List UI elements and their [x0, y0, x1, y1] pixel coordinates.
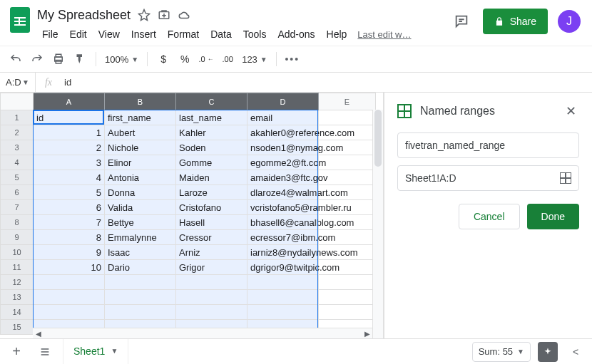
cancel-button[interactable]: Cancel [459, 204, 520, 229]
cell[interactable] [176, 290, 247, 305]
cell[interactable]: nsoden1@nymag.com [247, 140, 319, 155]
cell[interactable] [34, 305, 105, 320]
menu-format[interactable]: Format [163, 26, 204, 43]
cell[interactable]: 5 [34, 185, 105, 200]
menu-addons[interactable]: Add-ons [272, 26, 320, 43]
select-all-corner[interactable] [1, 93, 34, 110]
cell[interactable]: 2 [34, 140, 105, 155]
cell[interactable]: Cressor [176, 230, 247, 245]
last-edit-link[interactable]: Last edit w… [357, 29, 411, 40]
cell[interactable]: Isaac [105, 245, 176, 260]
menu-insert[interactable]: Insert [126, 26, 161, 43]
more-tools-icon[interactable]: ••• [282, 49, 302, 69]
format-currency-button[interactable]: $ [153, 49, 173, 69]
add-sheet-icon[interactable]: + [6, 341, 27, 363]
account-avatar[interactable]: J [558, 10, 581, 33]
cell[interactable]: Valida [105, 200, 176, 215]
column-header-b[interactable]: B [105, 93, 176, 110]
menu-help[interactable]: Help [322, 26, 352, 43]
row-header[interactable]: 8 [1, 215, 34, 230]
cell[interactable]: Elinor [105, 155, 176, 170]
cell[interactable] [247, 305, 319, 320]
row-header[interactable]: 10 [1, 245, 34, 260]
cell[interactable]: Bettye [105, 215, 176, 230]
row-header[interactable]: 13 [1, 290, 34, 305]
menu-data[interactable]: Data [205, 26, 237, 43]
spreadsheet-grid[interactable]: ABCDE1idfirst_namelast_nameemail21Aubert… [0, 93, 384, 338]
cell[interactable]: 3 [34, 155, 105, 170]
cell[interactable] [34, 275, 105, 290]
cell[interactable]: email [247, 110, 319, 125]
sheets-logo[interactable] [6, 6, 34, 34]
document-title[interactable]: My Spreadsheet [37, 8, 131, 23]
cell[interactable] [176, 275, 247, 290]
name-box[interactable]: A:D ▼ [0, 73, 36, 92]
cell[interactable]: 1 [34, 125, 105, 140]
row-header[interactable]: 2 [1, 125, 34, 140]
share-button[interactable]: Share [483, 9, 548, 34]
cell[interactable] [247, 275, 319, 290]
cell[interactable] [319, 275, 376, 290]
cell[interactable]: Maiden [176, 170, 247, 185]
row-header[interactable]: 7 [1, 200, 34, 215]
cell[interactable]: 4 [34, 170, 105, 185]
format-percent-button[interactable]: % [175, 49, 195, 69]
range-ref-input[interactable]: Sheet1!A:D [397, 165, 579, 191]
select-range-icon[interactable] [560, 172, 571, 184]
paint-format-icon[interactable] [70, 49, 90, 69]
row-header[interactable]: 15 [1, 320, 34, 335]
close-icon[interactable]: ✕ [562, 103, 579, 120]
formula-input[interactable]: id [61, 73, 592, 92]
explore-icon[interactable] [538, 342, 558, 362]
cell[interactable] [105, 275, 176, 290]
quicksum-dropdown[interactable]: Sum: 55 ▼ [472, 342, 531, 362]
cell[interactable]: amaiden3@ftc.gov [247, 170, 319, 185]
range-name-input[interactable]: fivetran_named_range [397, 132, 579, 158]
cell[interactable]: last_name [176, 110, 247, 125]
comments-icon[interactable] [450, 10, 473, 33]
cell[interactable]: Nichole [105, 140, 176, 155]
cell[interactable]: Gomme [176, 155, 247, 170]
row-header[interactable]: 1 [1, 110, 34, 125]
number-format-dropdown[interactable]: 123▼ [239, 54, 270, 65]
cell[interactable]: ecressor7@ibm.com [247, 230, 319, 245]
cell[interactable]: Aubert [105, 125, 176, 140]
cell[interactable]: Soden [176, 140, 247, 155]
decrease-decimal-button[interactable]: .0 ← [196, 49, 216, 69]
row-header[interactable]: 3 [1, 140, 34, 155]
cell[interactable]: Dario [105, 260, 176, 275]
cell[interactable] [319, 155, 376, 170]
row-header[interactable]: 5 [1, 170, 34, 185]
horizontal-scrollbar[interactable]: ◀▶ [33, 328, 372, 338]
row-header[interactable]: 14 [1, 305, 34, 320]
cell[interactable]: 10 [34, 260, 105, 275]
column-header-c[interactable]: C [176, 93, 247, 110]
cell[interactable]: Grigor [176, 260, 247, 275]
side-panel-toggle-icon[interactable]: < [565, 341, 586, 363]
menu-view[interactable]: View [93, 26, 125, 43]
cell[interactable]: iarniz8@nydailynews.com [247, 245, 319, 260]
vertical-scrollbar[interactable] [372, 110, 383, 338]
print-icon[interactable] [49, 49, 68, 69]
cell[interactable]: 6 [34, 200, 105, 215]
cell[interactable]: Cristofano [176, 200, 247, 215]
menu-file[interactable]: File [37, 26, 63, 43]
cell[interactable]: Arniz [176, 245, 247, 260]
star-icon[interactable] [138, 9, 150, 21]
row-header[interactable]: 12 [1, 275, 34, 290]
cell[interactable]: id [34, 110, 105, 125]
cell[interactable]: vcristofano5@rambler.ru [247, 200, 319, 215]
cell[interactable]: dlaroze4@walmart.com [247, 185, 319, 200]
move-icon[interactable] [158, 9, 170, 21]
row-header[interactable]: 11 [1, 260, 34, 275]
cell[interactable] [319, 305, 376, 320]
column-header-d[interactable]: D [247, 93, 319, 110]
menu-edit[interactable]: Edit [65, 26, 92, 43]
cell[interactable] [105, 305, 176, 320]
cell[interactable]: egomme2@ft.com [247, 155, 319, 170]
cell[interactable] [319, 110, 376, 125]
done-button[interactable]: Done [527, 204, 579, 229]
undo-icon[interactable] [6, 49, 26, 69]
column-header-e[interactable]: E [319, 93, 376, 110]
cloud-status-icon[interactable] [178, 9, 190, 21]
